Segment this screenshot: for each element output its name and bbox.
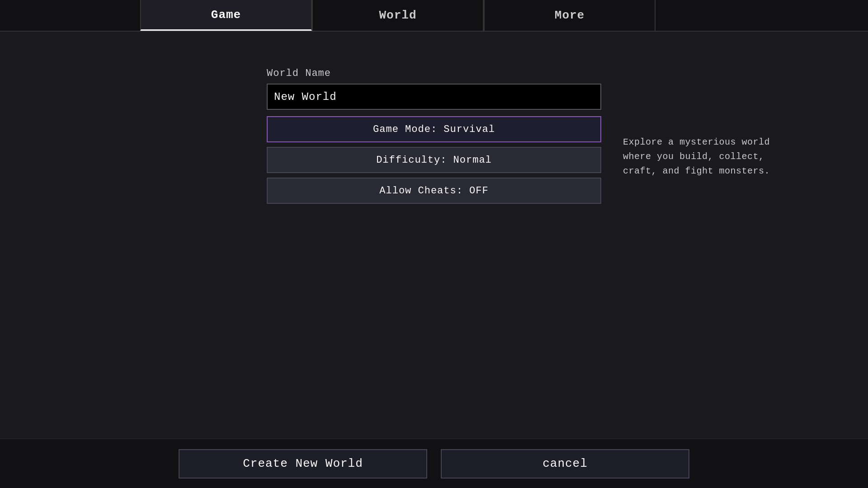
cancel-button[interactable]: cancel	[441, 449, 689, 479]
world-name-label: World Name	[267, 68, 601, 79]
form-container: World Name Game Mode: Survival Explore a…	[267, 68, 601, 208]
allow-cheats-label: Allow Cheats: OFF	[379, 185, 488, 197]
difficulty-label: Difficulty: Normal	[376, 155, 492, 166]
screen: Game World More World Name Game Mode: Su…	[0, 0, 868, 488]
create-label: Create New World	[243, 457, 363, 470]
difficulty-button[interactable]: Difficulty: Normal	[267, 147, 601, 173]
bottom-bar: Create New World cancel	[0, 438, 868, 488]
tab-world-label: World	[379, 9, 416, 22]
tab-more[interactable]: More	[484, 0, 656, 31]
create-new-world-button[interactable]: Create New World	[179, 449, 427, 479]
tab-bar: Game World More	[0, 0, 868, 32]
cancel-label: cancel	[542, 457, 588, 470]
tab-more-label: More	[555, 9, 585, 22]
tab-game[interactable]: Game	[140, 0, 312, 31]
tab-game-label: Game	[211, 8, 241, 22]
main-content: World Name Game Mode: Survival Explore a…	[0, 32, 868, 488]
tab-world[interactable]: World	[312, 0, 484, 31]
game-mode-button[interactable]: Game Mode: Survival Explore a mysterious…	[267, 116, 601, 142]
tab-fill	[656, 0, 868, 31]
tab-left-pad	[0, 0, 140, 31]
allow-cheats-button[interactable]: Allow Cheats: OFF	[267, 178, 601, 204]
game-mode-description: Explore a mysterious world where you bui…	[623, 135, 795, 178]
world-name-input[interactable]	[267, 84, 601, 110]
game-mode-label: Game Mode: Survival	[373, 124, 495, 135]
